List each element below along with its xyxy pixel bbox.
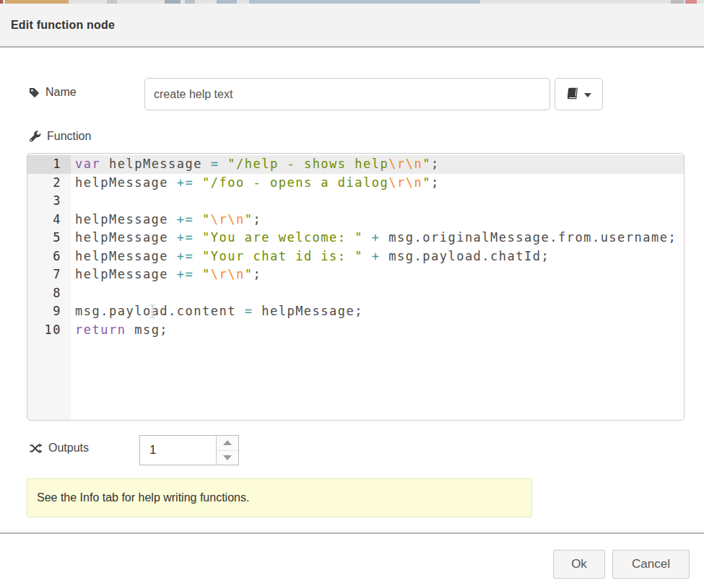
dialog-title: Edit function node bbox=[11, 19, 115, 32]
name-row: Name bbox=[27, 78, 685, 110]
info-tip: See the Info tab for help writing functi… bbox=[27, 478, 532, 517]
info-tip-text: See the Info tab for help writing functi… bbox=[37, 491, 249, 504]
wrench-icon bbox=[29, 131, 41, 143]
code-line-content: helpMessage += "Your chat id is: " + msg… bbox=[71, 247, 684, 266]
line-number: 5 bbox=[27, 229, 71, 247]
code-line-5[interactable]: 5helpMessage += "You are welcome: " + ms… bbox=[27, 229, 684, 247]
outputs-spinner bbox=[139, 435, 239, 465]
code-line-10[interactable]: 10return msg; bbox=[27, 321, 684, 340]
code-line-content bbox=[71, 192, 684, 211]
code-line-content bbox=[71, 284, 684, 303]
code-line-content: helpMessage += "You are welcome: " + msg… bbox=[71, 229, 684, 247]
line-number: 7 bbox=[27, 266, 71, 284]
code-line-content: helpMessage += "\r\n"; bbox=[71, 266, 684, 284]
shuffle-icon bbox=[29, 443, 43, 454]
line-number: 8 bbox=[27, 284, 71, 303]
outputs-input[interactable] bbox=[140, 436, 216, 465]
line-number: 10 bbox=[27, 321, 71, 340]
arrow-down-icon bbox=[223, 455, 232, 460]
dialog-header: Edit function node bbox=[0, 4, 704, 48]
code-line-2[interactable]: 2helpMessage += "/foo - opens a dialog\r… bbox=[27, 174, 684, 193]
code-line-4[interactable]: 4helpMessage += "\r\n"; bbox=[27, 211, 684, 229]
name-label: Name bbox=[29, 86, 77, 99]
code-rows: 1var helpMessage = "/help - shows help\r… bbox=[27, 155, 684, 339]
arrow-up-icon bbox=[223, 440, 232, 445]
code-line-1[interactable]: 1var helpMessage = "/help - shows help\r… bbox=[27, 155, 684, 174]
footer-divider bbox=[0, 532, 704, 534]
library-button[interactable] bbox=[555, 78, 603, 110]
edit-function-node-dialog: Edit function node Name bbox=[0, 0, 704, 588]
code-line-content: var helpMessage = "/help - shows help\r\… bbox=[71, 155, 684, 174]
code-editor[interactable]: 1var helpMessage = "/help - shows help\r… bbox=[27, 153, 685, 421]
caret-down-icon bbox=[584, 89, 591, 100]
outputs-label: Outputs bbox=[29, 442, 89, 455]
function-label: Function bbox=[29, 130, 91, 143]
code-line-content: helpMessage += "/foo - opens a dialog\r\… bbox=[71, 174, 684, 193]
spinner-down-button[interactable] bbox=[217, 450, 238, 465]
code-line-content: helpMessage += "\r\n"; bbox=[71, 211, 684, 229]
spinner-up-button[interactable] bbox=[217, 436, 238, 450]
code-line-8[interactable]: 8 bbox=[27, 284, 684, 303]
code-line-content: return msg; bbox=[71, 321, 684, 340]
tag-icon bbox=[29, 87, 40, 98]
spinner-buttons bbox=[216, 436, 238, 465]
outputs-row: Outputs bbox=[27, 435, 460, 465]
line-number: 1 bbox=[27, 155, 71, 174]
line-number: 2 bbox=[27, 174, 71, 193]
cancel-button[interactable]: Cancel bbox=[612, 550, 690, 579]
book-icon bbox=[567, 87, 579, 102]
line-number: 6 bbox=[27, 247, 71, 266]
line-number: 4 bbox=[27, 211, 71, 229]
code-line-7[interactable]: 7helpMessage += "\r\n"; bbox=[27, 266, 684, 284]
ok-button[interactable]: Ok bbox=[553, 550, 605, 579]
line-number: 9 bbox=[27, 302, 71, 321]
code-line-6[interactable]: 6helpMessage += "Your chat id is: " + ms… bbox=[27, 247, 684, 266]
code-line-content: msg.payload.content = helpMessage; bbox=[71, 302, 684, 321]
line-number: 3 bbox=[27, 192, 71, 211]
code-line-3[interactable]: 3 bbox=[27, 192, 684, 211]
code-line-9[interactable]: 9msg.payload.content = helpMessage; bbox=[27, 302, 684, 321]
name-input[interactable] bbox=[144, 78, 550, 110]
